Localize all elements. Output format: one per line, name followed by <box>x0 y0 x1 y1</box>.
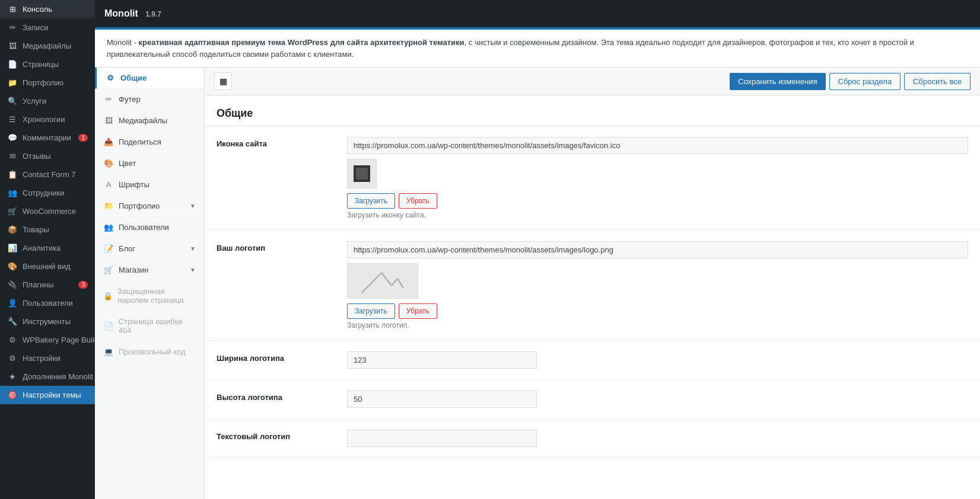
reset-all-button[interactable]: Сбросить все <box>904 73 971 90</box>
reset-section-button[interactable]: Сброс раздела <box>829 73 901 90</box>
sidebar-item-woo[interactable]: 🛒 WooCommerce <box>0 202 95 220</box>
sidebar-label-posts: Записи <box>23 23 48 32</box>
sidebar-icon-analytics: 📊 <box>7 244 18 252</box>
sidebar-item-comments[interactable]: 💬 Комментарии 1 <box>0 129 95 147</box>
leftnav-item-users_nav[interactable]: 👥 Пользователи <box>95 217 204 238</box>
sidebar-label-media: Медиафайлы <box>23 41 71 50</box>
sidebar-label-plugins: Плагины <box>23 280 54 289</box>
leftnav-item-footer[interactable]: ✏ Футер <box>95 89 204 110</box>
leftnav-item-color[interactable]: 🎨 Цвет <box>95 153 204 174</box>
leftnav-icon-portfolio_nav: 📁 <box>103 201 114 210</box>
sidebar-label-products: Товары <box>23 225 49 234</box>
sidebar-icon-console: ⊞ <box>7 5 18 14</box>
sidebar-item-users[interactable]: 👤 Пользователи <box>0 294 95 312</box>
leftnav-icon-users_nav: 👥 <box>103 223 114 232</box>
panel-toolbar: ▦ Сохранить изменения Сброс раздела Сбро… <box>205 68 980 95</box>
leftnav-label-fonts: Шрифты <box>119 180 149 189</box>
field-input-site_icon: ЗагрузитьУбратьЗагрузить иконку сайта. <box>347 137 968 219</box>
input-site_icon[interactable] <box>347 137 968 154</box>
leftnav-item-media[interactable]: 🖼 Медиафайлы <box>95 110 204 132</box>
svg-rect-1 <box>356 168 368 180</box>
form-row-logo_width: Ширина логотипа <box>205 341 980 380</box>
sidebar-icon-woo: 🛒 <box>7 207 18 216</box>
grid-view-button[interactable]: ▦ <box>214 72 232 90</box>
leftnav-label-portfolio_nav: Портфолио <box>119 201 160 210</box>
leftnav-icon-color: 🎨 <box>103 159 114 168</box>
leftnav-icon-error_page: 📄 <box>103 322 114 331</box>
sidebar-icon-portfolio: 📁 <box>7 78 18 87</box>
sidebar-item-plugins[interactable]: 🔌 Плагины 3 <box>0 276 95 294</box>
leftnav-icon-share: 📤 <box>103 137 114 146</box>
sidebar-item-console[interactable]: ⊞ Консоль <box>0 0 95 18</box>
app-name: Monolit <box>104 8 138 18</box>
leftnav-item-password_page[interactable]: 🔒 Защищенная паролем страница <box>95 281 204 311</box>
leftnav-icon-footer: ✏ <box>103 95 114 104</box>
field-input-logo_width <box>347 351 968 369</box>
remove-btn-site_icon[interactable]: Убрать <box>399 193 437 209</box>
sidebar-item-portfolio[interactable]: 📁 Портфолио <box>0 73 95 92</box>
sidebar-item-monolit_extra[interactable]: ★ Дополнения Monolit <box>0 367 95 386</box>
leftnav-label-blog: Блог <box>119 244 135 253</box>
svg-line-5 <box>397 279 403 288</box>
remove-btn-logo[interactable]: Убрать <box>399 303 437 319</box>
leftnav-item-portfolio_nav[interactable]: 📁 Портфолио ▼ <box>95 196 204 217</box>
sidebar-item-pages[interactable]: 📄 Страницы <box>0 55 95 73</box>
chevron-icon-blog: ▼ <box>190 245 196 252</box>
leftnav-item-share[interactable]: 📤 Поделиться <box>95 132 204 153</box>
sidebar-item-services[interactable]: 🔍 Услуги <box>0 92 95 110</box>
section-title: Общие <box>205 95 980 126</box>
leftnav-icon-media: 🖼 <box>103 116 114 125</box>
topbar: Monolit 1.9.7 <box>95 0 980 27</box>
leftnav-label-media: Медиафайлы <box>119 116 167 125</box>
field-label-logo: Ваш логотип <box>217 241 335 252</box>
sidebar-item-staff[interactable]: 👥 Сотрудники <box>0 184 95 202</box>
sidebar-item-cf7[interactable]: 📋 Contact Form 7 <box>0 165 95 184</box>
leftnav-icon-custom_code: 💻 <box>103 347 114 356</box>
sidebar-item-products[interactable]: 📦 Товары <box>0 220 95 239</box>
app-title: Monolit 1.9.7 <box>104 8 161 19</box>
input-logo[interactable] <box>347 241 968 258</box>
sidebar-icon-services: 🔍 <box>7 97 18 105</box>
sidebar-item-reviews[interactable]: ✉ Отзывы <box>0 147 95 165</box>
leftnav-label-custom_code: Произвольный код <box>119 347 186 356</box>
field-input-logo_height <box>347 391 968 408</box>
form-row-text_logo: Текстовый логотип <box>205 419 980 458</box>
sidebar-item-media[interactable]: 🖼 Медиафайлы <box>0 37 95 55</box>
leftnav-item-error_page[interactable]: 📄 Страница ошибки 404 <box>95 311 204 341</box>
leftnav-item-general[interactable]: ⚙ Общие <box>95 68 204 89</box>
input-logo_height[interactable] <box>347 391 537 408</box>
upload-buttons-site_icon: ЗагрузитьУбрать <box>347 193 968 209</box>
field-label-logo_width: Ширина логотипа <box>217 351 335 363</box>
save-button[interactable]: Сохранить изменения <box>730 73 826 90</box>
svg-line-3 <box>381 273 392 286</box>
sidebar-item-posts[interactable]: ✏ Записи <box>0 18 95 37</box>
upload-btn-site_icon[interactable]: Загрузить <box>347 193 395 209</box>
leftnav-item-shop[interactable]: 🛒 Магазин ▼ <box>95 260 204 281</box>
sidebar-item-analytics[interactable]: 📊 Аналитика <box>0 239 95 257</box>
leftnav-item-blog[interactable]: 📝 Блог ▼ <box>95 238 204 260</box>
toolbar-actions: Сохранить изменения Сброс раздела Сброси… <box>730 73 971 90</box>
sidebar-label-appearance: Внешний вид <box>23 262 71 271</box>
sidebar-item-appearance[interactable]: 🎨 Внешний вид <box>0 257 95 276</box>
sidebar-nav: ⊞ Консоль ✏ Записи 🖼 Медиафайлы 📄 Страни… <box>0 0 95 404</box>
preview-logo <box>347 263 418 299</box>
leftnav-item-fonts[interactable]: A Шрифты <box>95 174 204 196</box>
sidebar-icon-products: 📦 <box>7 225 18 234</box>
upload-btn-logo[interactable]: Загрузить <box>347 303 395 319</box>
sidebar-icon-posts: ✏ <box>7 23 18 32</box>
form-row-site_icon: Иконка сайтаЗагрузитьУбратьЗагрузить ико… <box>205 126 980 231</box>
svg-line-4 <box>392 279 397 286</box>
sidebar-icon-monolit_extra: ★ <box>7 372 18 381</box>
input-logo_width[interactable] <box>347 351 537 369</box>
sidebar-item-tools[interactable]: 🔧 Инструменты <box>0 312 95 331</box>
sidebar-item-settings[interactable]: ⚙ Настройки <box>0 349 95 367</box>
sidebar-item-theme_settings[interactable]: 🎯 Настройки темы <box>0 386 95 404</box>
field-label-logo_height: Высота логотипа <box>217 391 335 402</box>
leftnav-item-custom_code[interactable]: 💻 Произвольный код <box>95 341 204 363</box>
theme-description: Monolit - креативная адаптивная премиум … <box>95 30 980 68</box>
input-text_logo[interactable] <box>347 430 537 447</box>
leftnav-icon-blog: 📝 <box>103 244 114 253</box>
field-input-text_logo <box>347 430 968 447</box>
sidebar-item-wpbakery[interactable]: ⚙ WPBakery Page Builder <box>0 331 95 349</box>
sidebar-item-timeline[interactable]: ☰ Хронологии <box>0 110 95 129</box>
